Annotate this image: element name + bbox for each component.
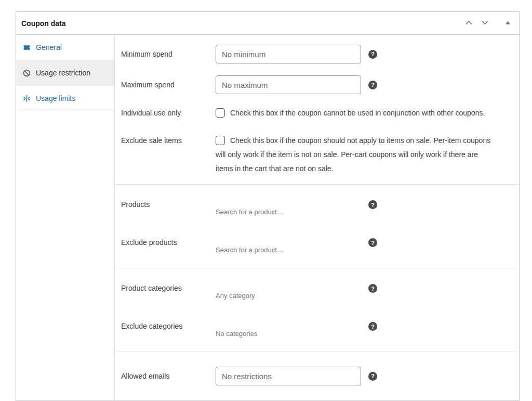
ticket-icon [22,43,31,52]
field-row-exclude-categories: Exclude categories No categories ? [121,321,519,338]
product-categories-select-area: Any category [216,283,361,300]
product-categories-select[interactable]: Any category [216,292,255,300]
section-divider [115,352,519,352]
help-icon[interactable]: ? [368,81,377,89]
help-icon[interactable]: ? [368,322,377,331]
coupon-data-metabox: Coupon data [16,11,520,401]
minimum-spend-input[interactable] [216,45,361,63]
maximum-spend-label: Maximum spend [121,81,216,89]
individual-use-label: Individual use only [121,106,216,120]
help-icon[interactable]: ? [368,50,377,59]
help-icon[interactable]: ? [368,200,377,209]
toggle-panel-button[interactable] [504,18,512,28]
field-row-minimum-spend: Minimum spend ? [121,45,519,63]
move-down-button[interactable] [480,17,490,30]
metabox-header: Coupon data [16,12,519,35]
minimum-spend-label: Minimum spend [121,50,216,58]
tab-general[interactable]: General [16,35,114,60]
field-row-exclude-sale-items: Exclude sale items Check this box if the… [121,134,519,176]
field-row-maximum-spend: Maximum spend ? [121,75,519,94]
usage-limits-icon [22,94,31,103]
no-entry-icon [22,68,31,77]
products-select-area: Search for a product… [216,199,361,216]
exclude-sale-items-description: Check this box if the coupon should not … [216,136,490,173]
coupon-tabs-sidebar: General Usage restriction Usage limits [16,35,115,401]
tab-label: Usage limits [36,94,75,102]
maximum-spend-input[interactable] [216,75,361,94]
field-row-product-categories: Product categories Any category ? [121,283,519,300]
metabox-handle-actions [463,17,512,30]
tab-label: Usage restriction [36,69,90,77]
product-categories-label: Product categories [121,283,216,293]
section-divider [115,268,519,268]
exclude-sale-items-label: Exclude sale items [121,134,216,148]
field-row-exclude-products: Exclude products Search for a product… ? [121,237,519,254]
exclude-categories-label: Exclude categories [121,321,216,331]
move-up-button[interactable] [463,17,474,30]
tab-label: General [36,43,62,51]
chevron-down-icon [481,18,489,29]
panel-title: Coupon data [21,19,66,28]
individual-use-checkbox[interactable] [216,108,225,118]
allowed-emails-input[interactable] [216,367,361,385]
help-icon[interactable]: ? [368,372,377,381]
field-row-allowed-emails: Allowed emails ? [121,367,519,385]
help-icon[interactable]: ? [368,284,377,293]
coupon-data-body: General Usage restriction Usage limits M… [16,35,519,401]
usage-restriction-panel: Minimum spend ? Maximum spend ? Individu… [115,35,519,401]
chevron-up-icon [464,18,473,29]
exclude-sale-items-checkbox[interactable] [216,136,225,145]
exclude-products-label: Exclude products [121,237,216,248]
exclude-categories-select-area: No categories [216,321,361,338]
help-icon[interactable]: ? [368,238,377,247]
individual-use-option: Check this box if the coupon cannot be u… [216,106,496,120]
allowed-emails-label: Allowed emails [121,372,216,380]
triangle-up-icon [505,19,511,27]
exclude-products-select-area: Search for a product… [216,237,361,254]
section-divider [115,184,519,185]
tab-usage-restriction[interactable]: Usage restriction [16,60,114,86]
field-row-individual-use: Individual use only Check this box if th… [121,106,519,120]
products-label: Products [121,199,216,210]
exclude-products-search-select[interactable]: Search for a product… [216,246,284,254]
individual-use-description: Check this box if the coupon cannot be u… [230,109,485,117]
products-search-select[interactable]: Search for a product… [216,208,284,216]
exclude-sale-items-option: Check this box if the coupon should not … [216,134,496,176]
tab-usage-limits[interactable]: Usage limits [16,86,114,111]
exclude-categories-select[interactable]: No categories [216,330,257,338]
field-row-products: Products Search for a product… ? [121,199,519,216]
